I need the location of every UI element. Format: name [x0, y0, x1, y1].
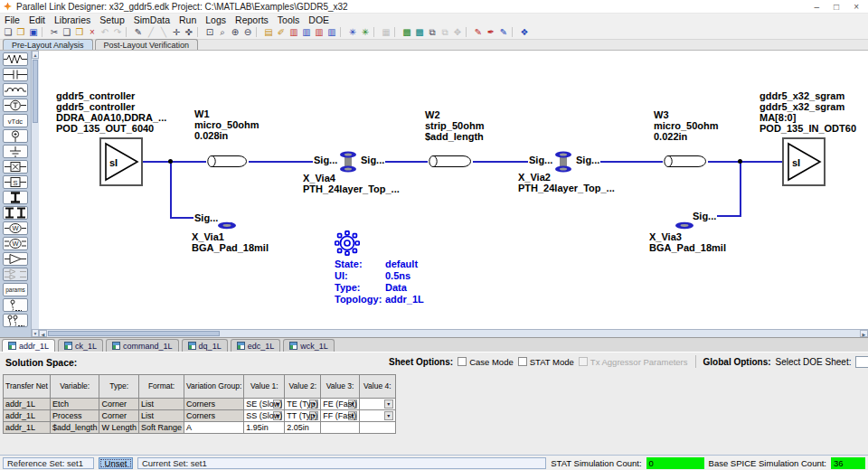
sheet-tab-ck-1l[interactable]: ck_1L: [58, 339, 103, 352]
scroll-down-icon[interactable]: ▼: [32, 329, 39, 337]
menu-simdata[interactable]: SimData: [129, 14, 175, 25]
simulate-stat-icon[interactable]: ✳: [359, 25, 372, 39]
sig-label[interactable]: Sig...: [692, 211, 717, 221]
value-cell[interactable]: 2.05in: [285, 422, 321, 434]
sig-label[interactable]: Sig...: [313, 155, 338, 165]
case-mode-option[interactable]: Case Mode: [458, 357, 514, 367]
stat-mode-checkbox[interactable]: [518, 357, 527, 366]
minimize-button[interactable]: –: [815, 2, 820, 12]
tline-button[interactable]: W: [3, 221, 28, 235]
resistor-button[interactable]: [3, 52, 28, 66]
sheet-tab-wck-1l[interactable]: wck_1L: [283, 339, 335, 352]
report-r-icon[interactable]: ▥: [300, 25, 313, 39]
simulate-icon[interactable]: ✳: [346, 25, 359, 39]
params-button[interactable]: params: [3, 283, 28, 296]
wire-segment[interactable]: [143, 161, 206, 163]
cut-icon[interactable]: ✂: [48, 25, 61, 39]
via4-symbol[interactable]: [339, 151, 357, 173]
sheet-tab-addr-1l[interactable]: addr_1L: [2, 339, 55, 352]
sheet-tab-dq-1l[interactable]: dq_1L: [182, 339, 228, 352]
save-icon[interactable]: ▣: [27, 25, 40, 39]
report-b2-icon[interactable]: ▥: [313, 25, 326, 39]
zoom-in-icon[interactable]: ⊕: [229, 25, 241, 39]
move-icon[interactable]: ✜: [183, 25, 195, 39]
w2-tline-symbol[interactable]: [428, 155, 473, 168]
vtdc-button[interactable]: vTdc: [3, 114, 28, 127]
doe-sheet-combobox[interactable]: ▾: [855, 356, 868, 368]
dropdown-arrow-icon[interactable]: ▾: [384, 400, 393, 409]
edit-sheet-icon[interactable]: ✎: [497, 25, 510, 39]
zoom-icon[interactable]: ⌕: [216, 25, 229, 39]
close-button[interactable]: ×: [854, 2, 859, 12]
menu-edit[interactable]: Edit: [24, 14, 50, 25]
value-cell[interactable]: ▾TE (Typ): [285, 399, 321, 410]
sig-label[interactable]: Sig...: [528, 155, 553, 165]
sig-label[interactable]: Sig...: [575, 155, 600, 165]
value-cell[interactable]: ▾FE (Fast): [321, 399, 360, 410]
scroll-up-icon[interactable]: ▲: [32, 51, 39, 59]
wire-segment[interactable]: [170, 163, 172, 219]
value-cell[interactable]: ▾SS (Slow): [244, 410, 285, 422]
via3-pad-symbol[interactable]: [675, 221, 694, 230]
menu-logs[interactable]: Logs: [201, 14, 231, 25]
inductor-button[interactable]: [3, 83, 28, 97]
value-cell[interactable]: A: [184, 422, 244, 434]
menu-run[interactable]: Run: [175, 14, 201, 25]
coupled-tline-button[interactable]: W: [3, 237, 28, 250]
wire-segment[interactable]: [170, 217, 193, 219]
probe-button[interactable]: [3, 298, 28, 312]
wire-segment[interactable]: [385, 161, 428, 163]
wire-segment[interactable]: [708, 161, 782, 163]
wire-segment[interactable]: [740, 163, 741, 217]
menu-reports[interactable]: Reports: [231, 14, 273, 25]
sig-label[interactable]: Sig...: [360, 155, 385, 165]
case-mode-checkbox[interactable]: [458, 357, 467, 366]
delete-icon[interactable]: ×: [86, 25, 99, 39]
diff-probe-button[interactable]: [3, 314, 28, 327]
value-cell[interactable]: [359, 422, 395, 434]
sheet-properties-icon[interactable]: ▤: [262, 25, 275, 39]
tx-buffer-symbol[interactable]: sI: [99, 137, 143, 186]
edit-tool-icon[interactable]: ✐: [275, 25, 288, 39]
tab-post-layout-verification[interactable]: Post-Layout Verification: [95, 39, 199, 50]
crosshair-icon[interactable]: ✛: [170, 25, 183, 39]
sheet-tab-edc-1l[interactable]: edc_1L: [231, 339, 281, 352]
undo-icon[interactable]: ↶: [99, 25, 111, 39]
menu-libraries[interactable]: Libraries: [50, 14, 95, 25]
scroll-right-icon[interactable]: ▶: [860, 330, 868, 337]
menu-doe[interactable]: DOE: [304, 14, 334, 25]
zoom-out-icon[interactable]: ⊖: [241, 25, 254, 39]
report-r2-icon[interactable]: ▥: [326, 25, 338, 39]
value-cell[interactable]: [321, 422, 360, 434]
diff-buffer-button[interactable]: [3, 268, 28, 281]
maximize-button[interactable]: □: [834, 2, 839, 12]
w1-tline-symbol[interactable]: [206, 155, 249, 168]
wire-draw-icon[interactable]: ✎: [132, 25, 145, 39]
x-block-button[interactable]: [3, 160, 28, 174]
new-icon[interactable]: ❏: [2, 25, 14, 39]
via1-pad-symbol[interactable]: [217, 221, 237, 230]
annotate-icon[interactable]: ✎: [472, 25, 485, 39]
scroll-left-icon[interactable]: ◀: [39, 330, 47, 337]
vertical-scroll-thumb[interactable]: [33, 60, 38, 123]
menu-file[interactable]: File: [0, 14, 24, 25]
wire-segment[interactable]: [717, 215, 741, 217]
value-cell[interactable]: ▾FF (Fast): [321, 410, 360, 422]
buffer-button[interactable]: [3, 252, 28, 266]
doe-sheet-field[interactable]: [855, 356, 868, 368]
horizontal-scroll-thumb[interactable]: [48, 331, 220, 336]
wire-any-icon[interactable]: ╲: [157, 25, 170, 39]
schematic-canvas[interactable]: sI sI Sig... Sig... Sig... Sig... Sig...…: [39, 51, 868, 337]
value-cell[interactable]: ▾SE (Slow): [244, 399, 285, 410]
coupled-via-button[interactable]: [3, 206, 28, 220]
dropdown-arrow-icon[interactable]: ▾: [384, 411, 393, 420]
zoom-area-icon[interactable]: ⊡: [203, 25, 216, 39]
viewer-3d-icon[interactable]: ❖: [518, 25, 531, 39]
value-cell[interactable]: ▾TT (Typ): [285, 410, 321, 422]
redo-icon[interactable]: ↷: [111, 25, 124, 39]
wire-segment[interactable]: [473, 161, 530, 163]
w3-tline-symbol[interactable]: [663, 155, 708, 168]
state-info[interactable]: State:default UI:0.5ns Type:Data Topolog…: [335, 258, 424, 306]
report-b-icon[interactable]: ▥: [288, 25, 300, 39]
unset-button[interactable]: Unset: [99, 457, 133, 469]
